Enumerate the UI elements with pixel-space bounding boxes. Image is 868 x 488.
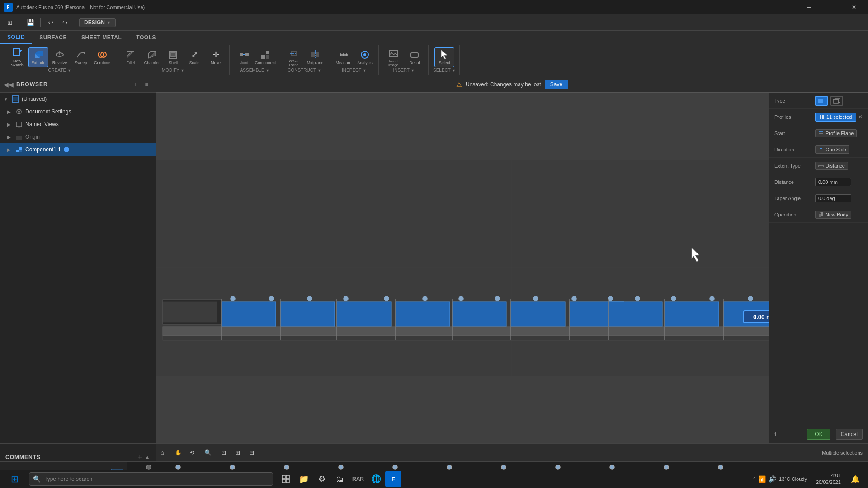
snap-button[interactable]: ⊟: [245, 446, 258, 459]
display-mode-button[interactable]: ⊡: [217, 446, 230, 459]
measure-tool[interactable]: Measure: [334, 47, 354, 67]
canvas-area[interactable]: ⚠ Unsaved: Changes may be lost Save: [156, 76, 868, 443]
taper-input[interactable]: [815, 194, 851, 202]
comments-collapse-icon[interactable]: ▲: [145, 454, 150, 460]
joint-tool[interactable]: Joint: [234, 47, 254, 67]
extrude-cancel-button[interactable]: Cancel: [836, 429, 863, 440]
extrude-ok-button[interactable]: OK: [807, 429, 830, 440]
profiles-clear-button[interactable]: ✕: [858, 114, 863, 120]
tab-tools[interactable]: TOOLS: [129, 31, 163, 44]
distance-input[interactable]: [815, 178, 851, 186]
fillet-tool[interactable]: Fillet: [121, 47, 141, 67]
svg-rect-154: [282, 479, 285, 483]
zoom-button[interactable]: 🔍: [202, 446, 214, 459]
chrome-button[interactable]: 🌐: [367, 470, 385, 488]
browser-menu-button[interactable]: ≡: [141, 79, 152, 90]
distance-label: Distance: [774, 179, 815, 185]
svg-rect-17: [266, 55, 269, 59]
save-button[interactable]: 💾: [24, 16, 37, 29]
decal-tool[interactable]: Decal: [405, 47, 425, 67]
profiles-button[interactable]: 11 selected: [815, 113, 856, 122]
orbit-button[interactable]: ⟲: [186, 446, 198, 459]
start-button[interactable]: ⊞: [4, 470, 25, 488]
analysis-tool[interactable]: Analysis: [355, 47, 375, 67]
save-now-button[interactable]: Save: [545, 80, 568, 89]
chamfer-tool[interactable]: Chamfer: [142, 47, 162, 67]
home-view-button[interactable]: ⌂: [156, 446, 169, 459]
browser-add-button[interactable]: +: [130, 79, 141, 90]
redo-button[interactable]: ↪: [59, 16, 71, 29]
browser-item-namedviews[interactable]: ▶ Named Views: [0, 118, 156, 131]
folder-button[interactable]: 🗂: [331, 470, 349, 488]
tray-arrow[interactable]: ^: [753, 476, 755, 482]
midplane-tool[interactable]: Midplane: [305, 47, 325, 67]
svg-point-129: [146, 465, 151, 469]
select-tool[interactable]: Select: [434, 47, 454, 67]
type-solid-button[interactable]: [815, 96, 828, 106]
settings-button[interactable]: ⚙: [313, 470, 331, 488]
combine-tool[interactable]: Combine: [92, 47, 112, 67]
svg-rect-72: [511, 302, 565, 327]
pan-button[interactable]: ✋: [172, 446, 184, 459]
tab-solid[interactable]: SOLID: [0, 31, 32, 44]
fusion-button[interactable]: F: [385, 471, 401, 487]
browser-collapse-icon[interactable]: ◀◀: [4, 81, 14, 88]
maximize-button[interactable]: □: [821, 0, 842, 14]
new-sketch-label: New Sketch: [7, 59, 27, 67]
grid-toggle-button[interactable]: ⊞: [231, 446, 244, 459]
extrude-tool[interactable]: Extrude: [28, 47, 48, 67]
svg-marker-109: [834, 98, 840, 103]
browser-header: ◀◀ BROWSER + ≡: [0, 76, 156, 93]
notification-button[interactable]: 🔔: [846, 470, 864, 488]
vp-sep3: [216, 448, 216, 457]
revolve-tool[interactable]: Revolve: [50, 47, 70, 67]
svg-point-62: [635, 296, 640, 301]
shell-tool[interactable]: Shell: [163, 47, 183, 67]
decal-icon: [409, 49, 420, 60]
design-mode-label: DESIGN: [84, 19, 105, 26]
extent-type-value: Distance: [815, 162, 863, 170]
close-button[interactable]: ✕: [844, 0, 864, 14]
origin-arrow: ▶: [7, 135, 14, 140]
svg-rect-155: [286, 479, 289, 483]
browser-item-origin[interactable]: ▶ Origin: [0, 131, 156, 143]
move-tool[interactable]: ✛ Move: [206, 47, 226, 67]
direction-button[interactable]: One Side: [815, 145, 849, 154]
file-explorer-button[interactable]: 📁: [295, 470, 313, 488]
type-surface-button[interactable]: [830, 96, 843, 106]
network-icon[interactable]: 📶: [758, 475, 766, 483]
warning-icon: ⚠: [456, 81, 462, 88]
comments-add-button[interactable]: +: [138, 453, 142, 461]
tab-sheetmetal[interactable]: SHEET METAL: [74, 31, 129, 44]
extent-type-button[interactable]: Distance: [815, 162, 848, 170]
insert-tools: InsertImage Decal: [383, 47, 425, 68]
type-value: [815, 96, 863, 106]
namedviews-label: Named Views: [25, 121, 59, 127]
search-bar[interactable]: 🔍 Type here to search: [29, 472, 273, 486]
sweep-tool[interactable]: Sweep: [71, 47, 91, 67]
browser-item-docsettings[interactable]: ▶ Document Settings: [0, 105, 156, 118]
browser-item-root[interactable]: ▼ (Unsaved): [0, 93, 156, 105]
clock[interactable]: 14:01 20/06/2021: [812, 472, 844, 486]
component-icon: [260, 49, 271, 60]
scale-tool[interactable]: ⤢ Scale: [184, 47, 204, 67]
insert-image-tool[interactable]: InsertImage: [383, 47, 403, 67]
tab-surface[interactable]: SURFACE: [32, 31, 74, 44]
grid-button[interactable]: ⊞: [4, 16, 16, 29]
task-view-button[interactable]: [277, 470, 295, 488]
volume-icon[interactable]: 🔊: [769, 475, 776, 483]
minimize-button[interactable]: ─: [798, 0, 819, 14]
assemble-label: ASSEMBLE ▼: [240, 68, 270, 74]
browser-item-component[interactable]: ▶ Component1:1: [0, 143, 156, 156]
rar-button[interactable]: RAR: [349, 470, 367, 488]
operation-button[interactable]: New Body: [815, 211, 851, 219]
new-sketch-tool[interactable]: New Sketch: [7, 47, 27, 67]
select-label-group: SELECT ▼: [433, 68, 456, 74]
svg-rect-111: [822, 115, 824, 119]
offset-plane-tool[interactable]: OffsetPlane: [284, 47, 304, 67]
svg-point-148: [664, 465, 669, 469]
start-button[interactable]: Profile Plane: [815, 129, 857, 137]
undo-button[interactable]: ↩: [44, 16, 57, 29]
design-mode-button[interactable]: DESIGN ▼: [79, 18, 116, 27]
component-tool[interactable]: Component: [255, 47, 275, 67]
